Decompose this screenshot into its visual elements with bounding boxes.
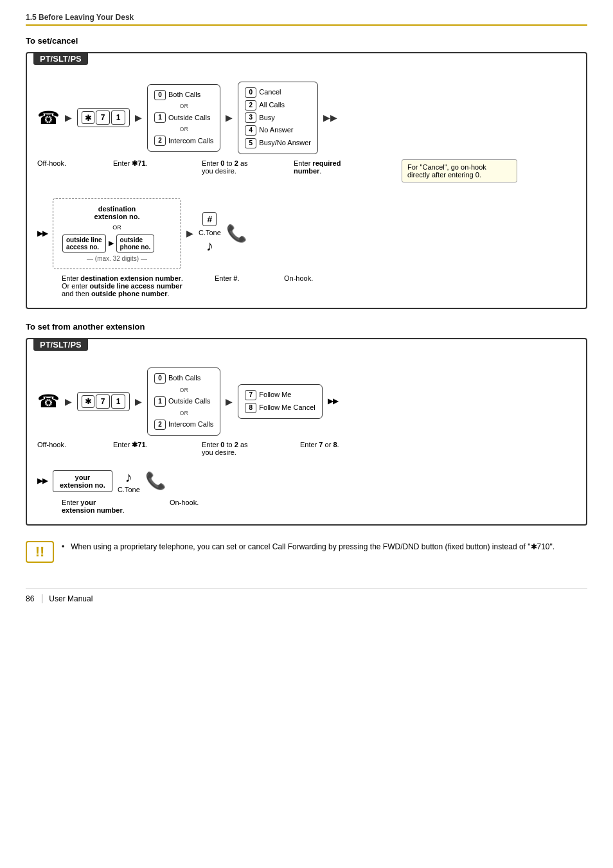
set-another-box: PT/SLT/PS ☎ ▶ ✱ 7 1 ▶ 0 Both Calls OR 1 …	[26, 338, 587, 526]
outside-sub: outside lineaccess no. ▶ outsidephone no…	[62, 235, 172, 252]
set-cancel-box: PT/SLT/PS ☎ ▶ ✱ 7 1 ▶ 0 Both Calls OR 1 …	[26, 52, 587, 309]
option-busy: 3 Busy	[245, 112, 311, 125]
cancel-note: For "Cancel", go on-hookdirectly after e…	[402, 159, 517, 182]
option-cancel: 0 Cancel	[245, 86, 311, 99]
set-cancel-box-label: PT/SLT/PS	[33, 53, 88, 65]
label2-offhook: Off-hook.	[37, 441, 108, 448]
call-type-options-2: 0 Both Calls OR 1 Outside Calls OR 2 Int…	[147, 368, 220, 436]
set-cancel-title: To set/cancel	[26, 36, 587, 46]
phone-icon-2: ☎	[37, 391, 60, 411]
label2-enter02: Enter 0 to 2 asyou desire.	[202, 441, 295, 456]
label-onhook-1: On-hook.	[284, 274, 313, 282]
option-noanswer: 4 No Answer	[245, 124, 311, 137]
dbl-arrow-2: ▶▶	[37, 229, 48, 238]
max-digits-note: — (max. 32 digits) —	[62, 255, 172, 262]
arrow-5: ▶	[186, 228, 193, 238]
option2-2-intercom: 2 Intercom Calls	[154, 418, 213, 431]
info-note: !! • When using a proprietary telephone,…	[26, 541, 587, 563]
key-1-2: 1	[111, 394, 125, 409]
dbl-arrow-4: ▶▶	[37, 477, 48, 485]
label2-onhook: On-hook.	[170, 499, 234, 506]
option-allcalls: 2 All Calls	[245, 99, 311, 112]
arrow-1: ▶	[65, 112, 72, 123]
cancel-type-options: 0 Cancel 2 All Calls 3 Busy 4 No Answer …	[238, 82, 318, 154]
label-required-1: Enter requirednumber.	[294, 159, 396, 175]
option-followme-cancel: 8 Follow Me Cancel	[245, 402, 315, 414]
page-footer: 86 User Manual	[26, 589, 587, 603]
onhook-icon-1: 📞	[226, 224, 247, 244]
arrow-2: ▶	[135, 112, 142, 123]
labels2-row-2: Enter yourextension number. On-hook.	[37, 499, 576, 514]
arrow2-1: ▶	[65, 396, 72, 407]
set-another-title: To set from another extension	[26, 322, 587, 332]
label-hash-1: Enter #.	[215, 274, 279, 282]
arrow2-3: ▶	[226, 396, 233, 407]
hash-key: #	[202, 212, 217, 226]
arrow2-2: ▶	[135, 396, 142, 407]
star-key-2: ✱	[82, 395, 94, 408]
labels-row-1: Off-hook. Enter ✱71. Enter 0 to 2 asyou …	[37, 159, 576, 182]
dest-title: destinationextension no.	[62, 205, 172, 220]
set-another-box-label: PT/SLT/PS	[33, 339, 88, 351]
ctone-music-icon-2: ♪	[125, 469, 132, 486]
option2-0-both: 0 Both Calls	[154, 372, 213, 385]
ctone-label-1: C.Tone	[199, 229, 221, 236]
offhook-step: ☎	[37, 107, 60, 128]
label-offhook-1: Off-hook.	[37, 159, 108, 167]
label-enter71-1: Enter ✱71.	[113, 159, 197, 168]
arrow-3: ▶	[226, 112, 233, 123]
sub-arrow: ▶	[109, 239, 114, 247]
or-1: OR	[154, 101, 213, 111]
label2-enter-ext: Enter yourextension number.	[62, 499, 164, 514]
section-title: 1.5 Before Leaving Your Desk	[26, 13, 587, 26]
dest-or-label: OR	[112, 224, 121, 231]
info-icon-box: !!	[26, 541, 54, 563]
key-7: 7	[96, 111, 110, 125]
star-key: ✱	[82, 111, 94, 124]
labels2-row-1: Off-hook. Enter ✱71. Enter 0 to 2 asyou …	[37, 441, 576, 456]
option-busynoanswer: 5 Busy/No Answer	[245, 137, 311, 150]
onhook-icon-2: 📞	[145, 471, 166, 491]
label2-enter71: Enter ✱71.	[113, 441, 197, 449]
ctone-label-2: C.Tone	[118, 486, 140, 493]
dbl-arrow-3: ▶▶	[328, 397, 338, 405]
labels-row-2: Enter destination extension number. Or e…	[37, 274, 576, 297]
info-note-text: • When using a proprietary telephone, yo…	[62, 541, 555, 553]
key-group-71: ✱ 7 1	[77, 108, 130, 127]
label-enter02-1: Enter 0 to 2 asyou desire.	[202, 159, 289, 175]
outside-phone-box: outsidephone no.	[116, 235, 155, 252]
hash-ctone-group: # C.Tone ♪	[199, 212, 221, 254]
option-2-intercom: 2 Intercom Calls	[154, 135, 213, 148]
your-ext-box: yourextension no.	[53, 470, 112, 492]
info-exclaim: !!	[35, 545, 45, 559]
flow-row-1: ☎ ▶ ✱ 7 1 ▶ 0 Both Calls OR 1 Outside Ca…	[37, 82, 576, 154]
or-2: OR	[154, 124, 213, 134]
option2-1-outside: 1 Outside Calls	[154, 395, 213, 408]
key-1: 1	[111, 111, 125, 125]
ctone-music-icon: ♪	[206, 238, 213, 254]
footer-label: User Manual	[42, 594, 93, 603]
offhook-step-2: ☎	[37, 391, 60, 412]
ctone-group-2: ♪ C.Tone	[118, 469, 140, 493]
or2-1: OR	[154, 385, 213, 395]
flow2-row-1: ☎ ▶ ✱ 7 1 ▶ 0 Both Calls OR 1 Outside Ca…	[37, 368, 576, 436]
outside-line-box: outside lineaccess no.	[62, 235, 106, 252]
destination-box: destinationextension no. OR outside line…	[53, 198, 181, 269]
option-1-outside: 1 Outside Calls	[154, 112, 213, 125]
follow-options: 7 Follow Me 8 Follow Me Cancel	[238, 384, 322, 419]
key-group-71-2: ✱ 7 1	[77, 392, 130, 411]
option-followme: 7 Follow Me	[245, 389, 315, 402]
page-number: 86	[26, 594, 34, 603]
dest-or-row: OR	[62, 224, 172, 231]
or2-2: OR	[154, 408, 213, 418]
label-dest-1: Enter destination extension number. Or e…	[62, 274, 209, 297]
key-7-2: 7	[96, 394, 110, 409]
flow-row-2: ▶▶ destinationextension no. OR outside l…	[37, 198, 576, 269]
arrow-4: ▶▶	[323, 112, 337, 123]
phone-icon: ☎	[37, 107, 60, 128]
call-type-options: 0 Both Calls OR 1 Outside Calls OR 2 Int…	[147, 84, 220, 152]
label2-enter78: Enter 7 or 8.	[300, 441, 339, 448]
option-0-both: 0 Both Calls	[154, 89, 213, 102]
flow2-row-2: ▶▶ yourextension no. ♪ C.Tone 📞	[37, 469, 576, 493]
